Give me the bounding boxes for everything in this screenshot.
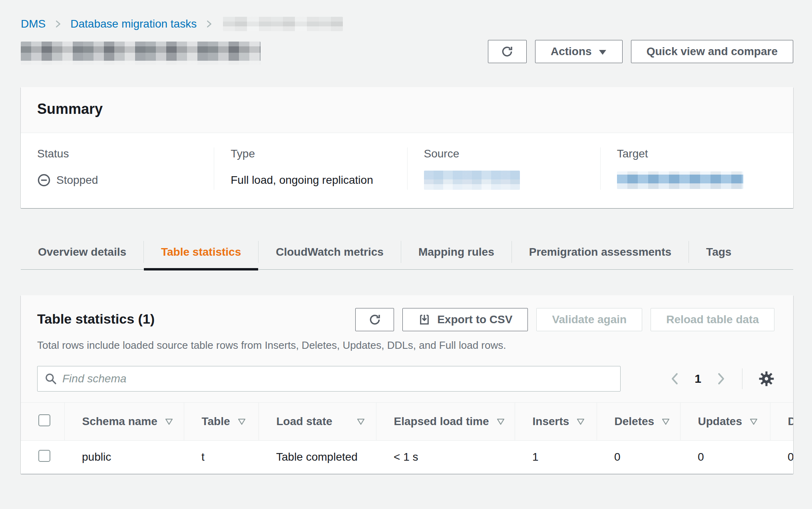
tab-table-statistics[interactable]: Table statistics: [144, 235, 258, 269]
redacted-source-endpoint: [424, 171, 520, 190]
summary-title: Summary: [37, 101, 777, 117]
column-label: Schema name: [82, 415, 157, 428]
tab-cloudwatch-metrics[interactable]: CloudWatch metrics: [259, 235, 401, 269]
quick-view-label: Quick view and compare: [647, 45, 778, 58]
column-header-schema-name[interactable]: Schema name: [64, 403, 184, 441]
table-statistics-header: Table statistics (1) Export to CSV Valid…: [21, 295, 793, 331]
table-statistics-title: Table statistics (1): [37, 308, 155, 327]
find-schema-input[interactable]: [37, 366, 621, 392]
caret-down-icon: [598, 49, 607, 56]
chevron-right-icon: [54, 18, 62, 30]
table-row[interactable]: public t Table completed < 1 s 1 0 0 0: [21, 441, 793, 474]
current-page-number[interactable]: 1: [695, 372, 701, 386]
tab-bar: Overview details Table statistics CloudW…: [21, 235, 793, 270]
status-text: Stopped: [56, 174, 98, 187]
page-header: Actions Quick view and compare: [21, 40, 793, 65]
row-checkbox[interactable]: [38, 450, 50, 462]
search-box: [37, 366, 621, 392]
breadcrumb-link-tasks[interactable]: Database migration tasks: [70, 18, 197, 30]
next-page-icon[interactable]: [715, 372, 727, 386]
validate-again-button[interactable]: Validate again: [536, 308, 642, 331]
table-statistics-table: Schema name Table Load state Elapsed loa…: [21, 402, 793, 474]
column-label: Inserts: [533, 415, 569, 428]
cell-ddls-clipped: 0: [770, 441, 793, 474]
sort-icon[interactable]: [496, 418, 505, 427]
page: DMS Database migration tasks Actions: [0, 0, 812, 474]
cell-table: t: [184, 441, 259, 474]
column-header-table[interactable]: Table: [184, 403, 259, 441]
cell-updates: 0: [680, 441, 770, 474]
search-row: 1: [21, 352, 793, 392]
summary-source-column: Source: [407, 147, 600, 190]
column-header-elapsed-load-time[interactable]: Elapsed load time: [376, 403, 515, 441]
sort-icon[interactable]: [661, 418, 670, 427]
chevron-right-icon: [205, 18, 213, 30]
cell-deletes: 0: [597, 441, 680, 474]
refresh-button[interactable]: [488, 40, 527, 63]
sort-icon[interactable]: [237, 418, 246, 427]
status-value: Stopped: [37, 171, 198, 190]
cell-schema-name: public: [64, 441, 184, 474]
status-label: Status: [37, 147, 198, 160]
tab-overview-details[interactable]: Overview details: [21, 235, 143, 269]
table-statistics-buttons: Export to CSV Validate again Reload tabl…: [355, 308, 774, 331]
summary-card-header: Summary: [21, 87, 793, 133]
cell-inserts: 1: [515, 441, 597, 474]
source-label: Source: [424, 147, 584, 160]
previous-page-icon[interactable]: [669, 372, 681, 386]
target-label: Target: [617, 147, 777, 160]
type-value: Full load, ongoing replication: [231, 171, 391, 190]
tab-mapping-rules[interactable]: Mapping rules: [401, 235, 511, 269]
column-label: Deletes: [615, 415, 655, 428]
column-header-deletes[interactable]: Deletes: [597, 403, 680, 441]
redacted-target-endpoint: [617, 171, 743, 189]
pagination: 1: [669, 368, 775, 389]
column-header-inserts[interactable]: Inserts: [515, 403, 597, 441]
select-all-checkbox[interactable]: [38, 414, 50, 426]
export-to-csv-button[interactable]: Export to CSV: [402, 308, 528, 331]
column-label: Elapsed load time: [394, 415, 489, 428]
validate-again-label: Validate again: [552, 313, 627, 326]
type-label: Type: [231, 147, 391, 160]
reload-table-data-label: Reload table data: [666, 313, 759, 326]
redacted-task-name: [223, 17, 343, 31]
stopped-circle-minus-icon: [37, 173, 51, 187]
reload-table-data-button[interactable]: Reload table data: [651, 308, 774, 331]
tab-tags[interactable]: Tags: [689, 235, 748, 269]
download-icon: [418, 313, 431, 326]
column-label: Table: [202, 415, 230, 428]
target-value: [617, 171, 777, 190]
summary-type-column: Type Full load, ongoing replication: [214, 147, 407, 190]
column-label: Updates: [698, 415, 742, 428]
column-label: Load state: [277, 415, 332, 428]
refresh-table-button[interactable]: [355, 308, 394, 331]
refresh-icon: [500, 45, 514, 58]
sort-icon[interactable]: [576, 418, 585, 427]
table-statistics-card: Table statistics (1) Export to CSV Valid…: [21, 295, 793, 474]
actions-button-label: Actions: [551, 45, 592, 58]
column-header-updates[interactable]: Updates: [680, 403, 770, 441]
table-statistics-description: Total rows include loaded source table r…: [21, 331, 793, 352]
summary-status-column: Status Stopped: [21, 147, 214, 190]
search-icon: [44, 372, 57, 385]
cell-elapsed-load-time: < 1 s: [376, 441, 515, 474]
column-label: D: [788, 415, 794, 428]
column-header-load-state[interactable]: Load state: [259, 403, 376, 441]
sort-icon[interactable]: [749, 418, 758, 427]
breadcrumb-link-dms[interactable]: DMS: [21, 18, 46, 30]
sort-icon[interactable]: [165, 418, 173, 427]
select-all-header-cell: [21, 403, 64, 441]
refresh-icon: [368, 313, 382, 326]
export-to-csv-label: Export to CSV: [437, 313, 512, 326]
row-select-cell: [21, 441, 64, 474]
actions-button[interactable]: Actions: [535, 40, 623, 63]
sort-icon[interactable]: [356, 418, 365, 427]
tab-premigration-assessments[interactable]: Premigration assessments: [512, 235, 689, 269]
settings-gear-icon[interactable]: [758, 370, 775, 388]
pager-divider: [742, 368, 742, 389]
summary-target-column: Target: [600, 147, 793, 190]
column-header-ddls-clipped[interactable]: D: [770, 403, 793, 441]
quick-view-and-compare-button[interactable]: Quick view and compare: [631, 40, 793, 63]
breadcrumb: DMS Database migration tasks: [21, 17, 793, 31]
table-header-row: Schema name Table Load state Elapsed loa…: [21, 403, 793, 441]
